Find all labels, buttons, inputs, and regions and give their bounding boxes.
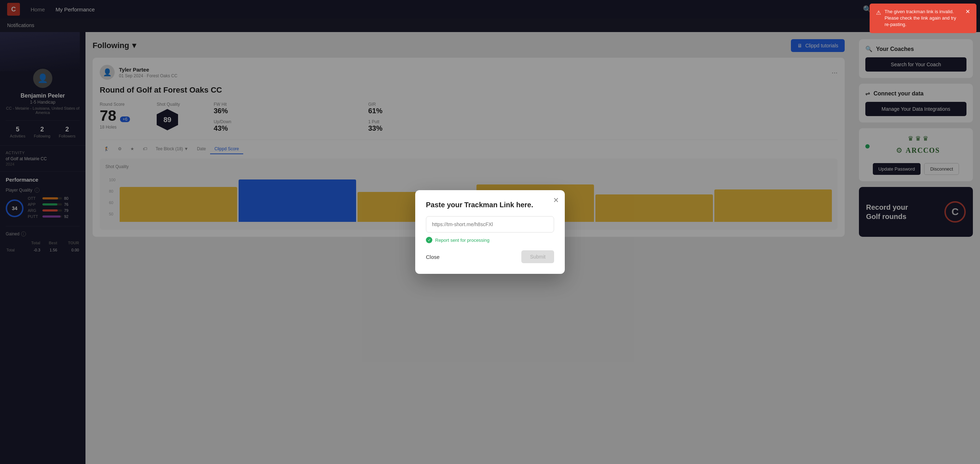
trackman-link-input[interactable] (426, 216, 554, 232)
warning-icon: ⚠ (876, 9, 881, 17)
modal-success-message: ✓ Report sent for processing (426, 237, 554, 243)
modal-submit-button[interactable]: Submit (521, 250, 554, 263)
modal-overlay: Paste your Trackman Link here. ✕ ✓ Repor… (0, 0, 980, 464)
toast-message: The given trackman link is invalid. Plea… (885, 8, 962, 28)
success-checkmark-icon: ✓ (426, 237, 432, 243)
error-toast: ⚠ The given trackman link is invalid. Pl… (870, 3, 977, 33)
modal-close-button[interactable]: Close (426, 254, 439, 260)
modal-footer: Close Submit (426, 250, 554, 263)
modal-title: Paste your Trackman Link here. (426, 201, 554, 209)
trackman-modal: Paste your Trackman Link here. ✕ ✓ Repor… (415, 190, 565, 274)
modal-close-x-button[interactable]: ✕ (553, 196, 559, 204)
toast-close-button[interactable]: ✕ (966, 8, 970, 16)
success-text: Report sent for processing (435, 238, 489, 243)
